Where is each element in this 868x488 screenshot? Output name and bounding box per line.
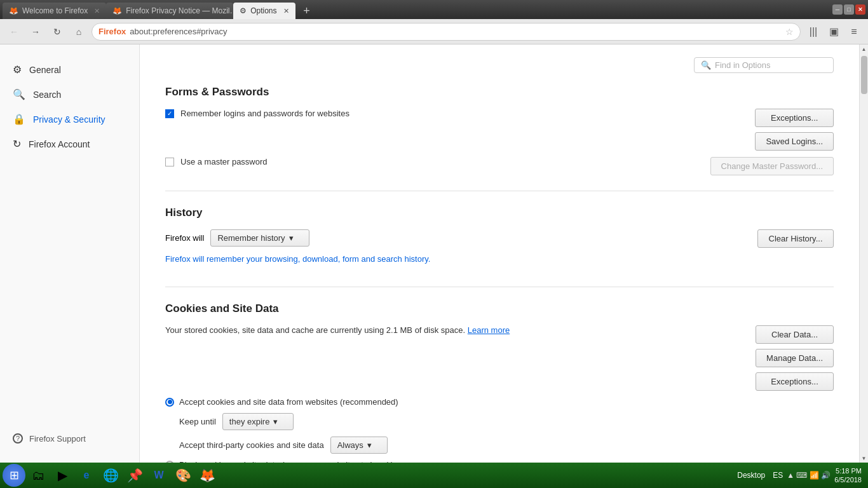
- manage-data-button[interactable]: Manage Data...: [756, 349, 834, 367]
- block-cookies-row: Block cookies and site data (may cause w…: [165, 460, 834, 463]
- remember-logins-left: ✓ Remember logins and passwords for webs…: [165, 109, 742, 125]
- taskbar-word[interactable]: W: [147, 464, 170, 487]
- tab-options-close[interactable]: ✕: [283, 7, 289, 15]
- cookies-section-title: Cookies and Site Data: [165, 302, 834, 315]
- tab-options[interactable]: ⚙ Options ✕: [233, 3, 295, 19]
- forward-button[interactable]: →: [27, 23, 44, 41]
- sidebar-account-label: Firefox Account: [29, 139, 90, 149]
- minimize-button[interactable]: ─: [832, 4, 843, 15]
- tab-welcome[interactable]: 🦊 Welcome to Firefox ✕: [3, 3, 106, 19]
- firefox-logo: Firefox: [98, 27, 126, 36]
- sidebar-support-link[interactable]: ? Firefox Support: [13, 433, 126, 444]
- accept-third-label: Accept third-party cookies and site data: [179, 440, 324, 450]
- nav-right-icons: ||| ▣ ≡: [804, 23, 863, 41]
- master-password-left: Use a master password: [165, 157, 698, 173]
- taskbar-ie[interactable]: e: [75, 464, 98, 487]
- scroll-down-button[interactable]: ▼: [860, 454, 869, 463]
- change-master-password-button[interactable]: Change Master Password...: [710, 157, 834, 175]
- divider-2: [165, 287, 834, 287]
- taskbar-firefox[interactable]: 🦊: [196, 464, 219, 487]
- scrollbar-thumb[interactable]: [861, 56, 867, 94]
- learn-more-link[interactable]: Learn more: [468, 325, 510, 335]
- forms-buttons-right: Exceptions... Saved Logins...: [755, 109, 834, 151]
- accept-cookies-row: Accept cookies and site data from websit…: [165, 397, 834, 407]
- menu-icon[interactable]: ≡: [845, 23, 863, 41]
- taskbar: ⊞ 🗂 ▶ e 🌐 📌 W 🎨 🦊 Desktop ES ▲ ⌨ 📶 🔊 5:1…: [0, 463, 868, 488]
- remember-logins-label[interactable]: Remember logins and passwords for websit…: [180, 109, 349, 118]
- close-button[interactable]: ✕: [855, 4, 865, 15]
- taskbar-notes[interactable]: 📌: [123, 464, 146, 487]
- master-password-checkbox[interactable]: [165, 158, 174, 166]
- cookies-right: Clear Data... Manage Data... Exceptions.…: [756, 325, 834, 391]
- home-button[interactable]: ⌂: [70, 23, 88, 41]
- history-right: Clear History...: [757, 229, 834, 248]
- history-left: Firefox will Remember history ▾ Firefox …: [165, 229, 745, 271]
- sidebar-item-general[interactable]: ⚙ General: [0, 57, 139, 82]
- exceptions-button-cookies[interactable]: Exceptions...: [756, 372, 834, 391]
- taskbar-chrome[interactable]: 🌐: [99, 464, 122, 487]
- scroll-up-button[interactable]: ▲: [860, 44, 869, 53]
- cookies-desc-text: Your stored cookies, site data and cache…: [165, 325, 465, 335]
- firefox-will-label: Firefox will: [165, 233, 204, 243]
- firefox-will-row: Firefox will Remember history ▾: [165, 229, 745, 247]
- master-password-form-row: Use a master password: [165, 157, 698, 166]
- tray-icons: ▲ ⌨ 📶 🔊: [787, 471, 831, 480]
- cookies-desc-left: Your stored cookies, site data and cache…: [165, 325, 743, 344]
- block-cookies-radio[interactable]: [165, 461, 174, 463]
- sidebar-item-account[interactable]: ↻ Firefox Account: [0, 132, 139, 156]
- tab-privacy-notice[interactable]: 🦊 Firefox Privacy Notice — Mozil… ✕: [106, 3, 233, 19]
- clear-history-button[interactable]: Clear History...: [757, 229, 834, 248]
- back-button[interactable]: ←: [5, 23, 23, 41]
- sidebar-item-search[interactable]: 🔍 Search: [0, 82, 139, 107]
- sidebar-toggle-icon[interactable]: ▣: [825, 23, 843, 41]
- history-row: Firefox will Remember history ▾ Firefox …: [165, 229, 834, 271]
- taskbar-media-player[interactable]: ▶: [51, 464, 74, 487]
- library-icon[interactable]: |||: [804, 23, 822, 41]
- start-button[interactable]: ⊞: [3, 464, 25, 487]
- clock-date: 6/5/2018: [834, 475, 862, 484]
- cookies-description: Your stored cookies, site data and cache…: [165, 325, 743, 335]
- taskbar-right: Desktop ES ▲ ⌨ 📶 🔊 5:18 PM 6/5/2018: [737, 466, 865, 485]
- history-dropdown-value: Remember history: [217, 233, 285, 243]
- exceptions-button-forms[interactable]: Exceptions...: [755, 109, 834, 127]
- saved-logins-button[interactable]: Saved Logins...: [755, 132, 834, 151]
- desktop-label: Desktop: [737, 471, 765, 480]
- tab-options-label: Options: [250, 6, 276, 15]
- accept-third-row: Accept third-party cookies and site data…: [179, 437, 834, 454]
- clear-data-button[interactable]: Clear Data...: [756, 325, 834, 344]
- title-bar: 🦊 Welcome to Firefox ✕ 🦊 Firefox Privacy…: [0, 0, 868, 19]
- master-password-label[interactable]: Use a master password: [180, 157, 268, 166]
- bookmark-star-icon[interactable]: ☆: [785, 27, 794, 37]
- gear-icon: ⚙: [13, 64, 22, 76]
- history-dropdown[interactable]: Remember history ▾: [210, 229, 309, 247]
- find-options-input[interactable]: 🔍 Find in Options: [694, 57, 834, 73]
- history-dropdown-arrow: ▾: [289, 233, 294, 243]
- address-bar[interactable]: Firefox about:preferences#privacy ☆: [92, 23, 801, 41]
- block-cookies-label: Block cookies and site data (may cause w…: [179, 460, 393, 463]
- content-area: 🔍 Find in Options Forms & Passwords ✓ Re…: [140, 44, 859, 463]
- tab-strip: 🦊 Welcome to Firefox ✕ 🦊 Firefox Privacy…: [3, 0, 827, 19]
- reload-button[interactable]: ↻: [48, 23, 66, 41]
- new-tab-button[interactable]: +: [298, 3, 316, 19]
- tab-welcome-close[interactable]: ✕: [94, 7, 100, 15]
- main-area: 🔍 Find in Options Forms & Passwords ✓ Re…: [140, 44, 868, 463]
- taskbar-paint[interactable]: 🎨: [172, 464, 194, 487]
- accept-cookies-radio[interactable]: [165, 398, 174, 407]
- tab-options-icon: ⚙: [240, 6, 247, 15]
- clock-time: 5:18 PM: [836, 466, 862, 475]
- tab-welcome-label: Welcome to Firefox: [22, 6, 88, 15]
- divider-1: [165, 191, 834, 191]
- keep-until-dropdown[interactable]: they expire ▾: [222, 413, 294, 430]
- taskbar-file-explorer[interactable]: 🗂: [27, 464, 50, 487]
- nav-bar: ← → ↻ ⌂ Firefox about:preferences#privac…: [0, 19, 868, 44]
- accept-third-arrow: ▾: [367, 440, 372, 450]
- remember-logins-checkbox[interactable]: ✓: [165, 109, 174, 118]
- accept-third-dropdown[interactable]: Always ▾: [330, 437, 388, 454]
- find-options-placeholder: Find in Options: [715, 60, 770, 70]
- keep-until-value: they expire: [229, 417, 270, 426]
- sidebar-item-privacy[interactable]: 🔒 Privacy & Security: [0, 107, 139, 132]
- scrollbar: ▲ ▼: [859, 44, 868, 463]
- sync-icon: ↻: [13, 138, 21, 150]
- lock-icon: 🔒: [13, 113, 25, 125]
- maximize-button[interactable]: □: [844, 4, 854, 15]
